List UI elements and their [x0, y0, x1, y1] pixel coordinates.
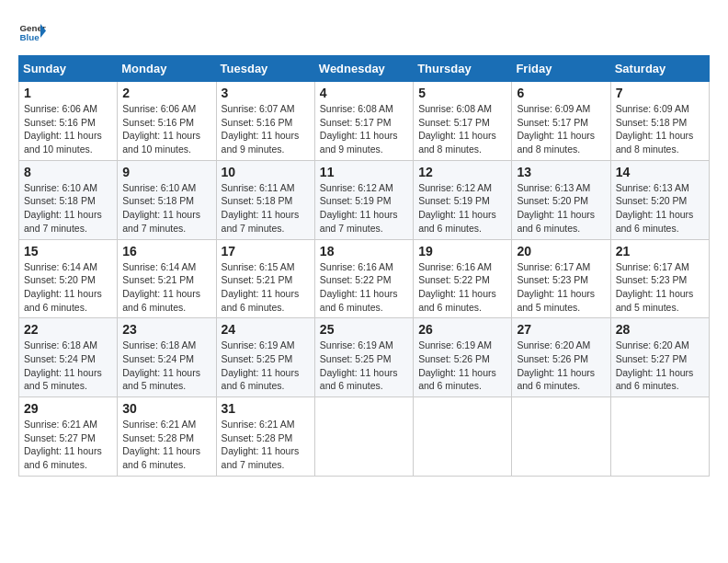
logo: General Blue: [18, 18, 46, 46]
day-number: 7: [616, 86, 704, 100]
day-detail: Sunrise: 6:11 AM Sunset: 5:18 PM Dayligh…: [222, 181, 310, 236]
calendar-cell: 15Sunrise: 6:14 AM Sunset: 5:20 PM Dayli…: [19, 239, 118, 318]
logo-icon: General Blue: [18, 18, 46, 46]
calendar-cell: [610, 397, 709, 477]
weekday-header: Tuesday: [216, 56, 314, 82]
calendar-cell: 13Sunrise: 6:13 AM Sunset: 5:20 PM Dayli…: [512, 160, 610, 239]
calendar-cell: 26Sunrise: 6:19 AM Sunset: 5:26 PM Dayli…: [414, 318, 512, 397]
day-detail: Sunrise: 6:19 AM Sunset: 5:26 PM Dayligh…: [418, 339, 506, 393]
day-detail: Sunrise: 6:17 AM Sunset: 5:23 PM Dayligh…: [616, 260, 704, 315]
day-detail: Sunrise: 6:21 AM Sunset: 5:28 PM Dayligh…: [222, 418, 310, 472]
calendar-cell: 9Sunrise: 6:10 AM Sunset: 5:18 PM Daylig…: [118, 160, 216, 239]
calendar-cell: 2Sunrise: 6:06 AM Sunset: 5:16 PM Daylig…: [118, 82, 216, 161]
weekday-header: Thursday: [414, 56, 512, 82]
day-number: 4: [320, 86, 408, 100]
day-number: 5: [418, 86, 506, 100]
day-detail: Sunrise: 6:14 AM Sunset: 5:20 PM Dayligh…: [24, 260, 112, 315]
calendar-cell: 29Sunrise: 6:21 AM Sunset: 5:27 PM Dayli…: [19, 397, 118, 477]
day-number: 24: [222, 322, 310, 337]
day-number: 19: [418, 244, 506, 259]
calendar-cell: 3Sunrise: 6:07 AM Sunset: 5:16 PM Daylig…: [216, 82, 314, 161]
calendar-table: SundayMondayTuesdayWednesdayThursdayFrid…: [18, 55, 710, 477]
calendar-cell: 14Sunrise: 6:13 AM Sunset: 5:20 PM Dayli…: [610, 160, 709, 239]
day-number: 22: [24, 322, 112, 337]
calendar-cell: 24Sunrise: 6:19 AM Sunset: 5:25 PM Dayli…: [216, 318, 314, 397]
calendar-body: 1Sunrise: 6:06 AM Sunset: 5:16 PM Daylig…: [19, 82, 710, 477]
day-number: 8: [24, 165, 112, 179]
day-number: 13: [517, 165, 605, 179]
day-detail: Sunrise: 6:16 AM Sunset: 5:22 PM Dayligh…: [418, 260, 506, 315]
day-number: 27: [517, 322, 605, 337]
day-number: 16: [122, 244, 210, 259]
header: General Blue: [18, 18, 710, 46]
day-number: 30: [122, 401, 210, 416]
weekday-header: Wednesday: [314, 56, 413, 82]
day-detail: Sunrise: 6:12 AM Sunset: 5:19 PM Dayligh…: [320, 181, 408, 236]
day-detail: Sunrise: 6:18 AM Sunset: 5:24 PM Dayligh…: [122, 339, 210, 393]
calendar-cell: 23Sunrise: 6:18 AM Sunset: 5:24 PM Dayli…: [118, 318, 216, 397]
day-number: 31: [222, 401, 310, 416]
day-number: 26: [418, 322, 506, 337]
day-detail: Sunrise: 6:13 AM Sunset: 5:20 PM Dayligh…: [616, 181, 704, 236]
calendar-cell: 18Sunrise: 6:16 AM Sunset: 5:22 PM Dayli…: [314, 239, 413, 318]
day-number: 14: [616, 165, 704, 179]
calendar-week-row: 29Sunrise: 6:21 AM Sunset: 5:27 PM Dayli…: [19, 397, 710, 477]
day-number: 18: [320, 244, 408, 259]
day-detail: Sunrise: 6:19 AM Sunset: 5:25 PM Dayligh…: [222, 339, 310, 393]
calendar-cell: 19Sunrise: 6:16 AM Sunset: 5:22 PM Dayli…: [414, 239, 512, 318]
day-number: 9: [122, 165, 210, 179]
day-detail: Sunrise: 6:20 AM Sunset: 5:26 PM Dayligh…: [517, 339, 605, 393]
svg-text:Blue: Blue: [20, 32, 40, 42]
day-detail: Sunrise: 6:15 AM Sunset: 5:21 PM Dayligh…: [222, 260, 310, 315]
day-number: 20: [517, 244, 605, 259]
calendar-cell: 16Sunrise: 6:14 AM Sunset: 5:21 PM Dayli…: [118, 239, 216, 318]
day-detail: Sunrise: 6:10 AM Sunset: 5:18 PM Dayligh…: [24, 181, 112, 236]
day-number: 15: [24, 244, 112, 259]
day-detail: Sunrise: 6:21 AM Sunset: 5:27 PM Dayligh…: [24, 418, 112, 472]
calendar-cell: 20Sunrise: 6:17 AM Sunset: 5:23 PM Dayli…: [512, 239, 610, 318]
day-detail: Sunrise: 6:06 AM Sunset: 5:16 PM Dayligh…: [122, 102, 210, 156]
calendar-cell: 10Sunrise: 6:11 AM Sunset: 5:18 PM Dayli…: [216, 160, 314, 239]
day-detail: Sunrise: 6:14 AM Sunset: 5:21 PM Dayligh…: [122, 260, 210, 315]
day-number: 10: [222, 165, 310, 179]
day-number: 2: [122, 86, 210, 100]
calendar-cell: [314, 397, 413, 477]
day-detail: Sunrise: 6:10 AM Sunset: 5:18 PM Dayligh…: [122, 181, 210, 236]
day-detail: Sunrise: 6:06 AM Sunset: 5:16 PM Dayligh…: [24, 102, 112, 156]
header-row: SundayMondayTuesdayWednesdayThursdayFrid…: [19, 56, 710, 82]
calendar-week-row: 8Sunrise: 6:10 AM Sunset: 5:18 PM Daylig…: [19, 160, 710, 239]
day-detail: Sunrise: 6:17 AM Sunset: 5:23 PM Dayligh…: [517, 260, 605, 315]
day-detail: Sunrise: 6:09 AM Sunset: 5:18 PM Dayligh…: [616, 102, 704, 156]
calendar-cell: 7Sunrise: 6:09 AM Sunset: 5:18 PM Daylig…: [610, 82, 709, 161]
calendar-cell: 27Sunrise: 6:20 AM Sunset: 5:26 PM Dayli…: [512, 318, 610, 397]
day-detail: Sunrise: 6:16 AM Sunset: 5:22 PM Dayligh…: [320, 260, 408, 315]
day-number: 21: [616, 244, 704, 259]
calendar-cell: 22Sunrise: 6:18 AM Sunset: 5:24 PM Dayli…: [19, 318, 118, 397]
day-detail: Sunrise: 6:20 AM Sunset: 5:27 PM Dayligh…: [616, 339, 704, 393]
day-detail: Sunrise: 6:12 AM Sunset: 5:19 PM Dayligh…: [418, 181, 506, 236]
day-number: 3: [222, 86, 310, 100]
calendar-cell: [414, 397, 512, 477]
day-detail: Sunrise: 6:18 AM Sunset: 5:24 PM Dayligh…: [24, 339, 112, 393]
day-number: 29: [24, 401, 112, 416]
calendar-cell: [512, 397, 610, 477]
calendar-cell: 31Sunrise: 6:21 AM Sunset: 5:28 PM Dayli…: [216, 397, 314, 477]
day-detail: Sunrise: 6:19 AM Sunset: 5:25 PM Dayligh…: [320, 339, 408, 393]
day-number: 12: [418, 165, 506, 179]
weekday-header: Friday: [512, 56, 610, 82]
weekday-header: Saturday: [610, 56, 709, 82]
calendar-cell: 25Sunrise: 6:19 AM Sunset: 5:25 PM Dayli…: [314, 318, 413, 397]
calendar-week-row: 22Sunrise: 6:18 AM Sunset: 5:24 PM Dayli…: [19, 318, 710, 397]
weekday-header: Monday: [118, 56, 216, 82]
calendar-week-row: 1Sunrise: 6:06 AM Sunset: 5:16 PM Daylig…: [19, 82, 710, 161]
day-number: 1: [24, 86, 112, 100]
calendar-cell: 12Sunrise: 6:12 AM Sunset: 5:19 PM Dayli…: [414, 160, 512, 239]
calendar-cell: 4Sunrise: 6:08 AM Sunset: 5:17 PM Daylig…: [314, 82, 413, 161]
calendar-cell: 17Sunrise: 6:15 AM Sunset: 5:21 PM Dayli…: [216, 239, 314, 318]
day-number: 17: [222, 244, 310, 259]
calendar-cell: 11Sunrise: 6:12 AM Sunset: 5:19 PM Dayli…: [314, 160, 413, 239]
day-detail: Sunrise: 6:21 AM Sunset: 5:28 PM Dayligh…: [122, 418, 210, 472]
day-detail: Sunrise: 6:08 AM Sunset: 5:17 PM Dayligh…: [418, 102, 506, 156]
calendar-cell: 21Sunrise: 6:17 AM Sunset: 5:23 PM Dayli…: [610, 239, 709, 318]
calendar-cell: 30Sunrise: 6:21 AM Sunset: 5:28 PM Dayli…: [118, 397, 216, 477]
